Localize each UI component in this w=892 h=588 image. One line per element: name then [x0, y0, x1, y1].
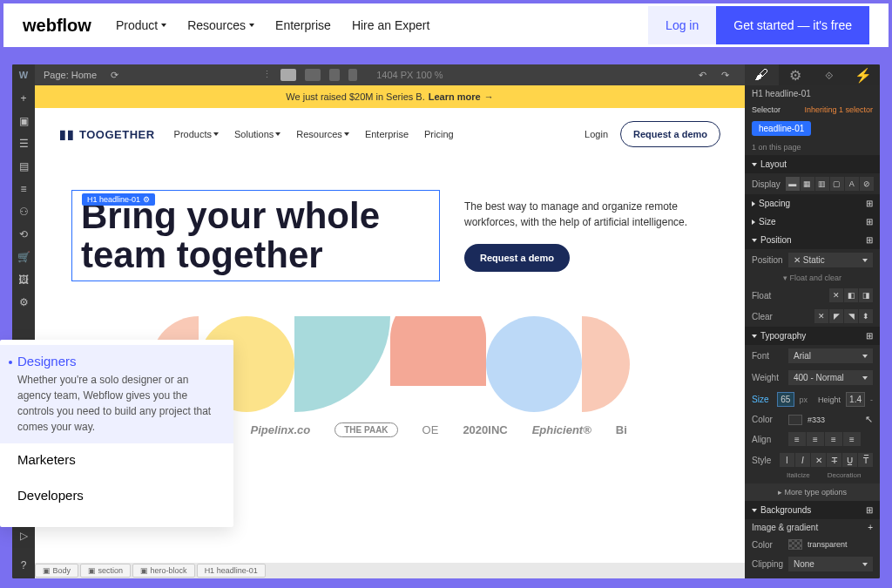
mobile-portrait-icon[interactable] — [348, 69, 357, 81]
page-selector[interactable]: Page: Home — [35, 70, 105, 80]
add-background-icon[interactable]: + — [868, 523, 873, 532]
navigator-icon[interactable]: ☰ — [17, 138, 30, 150]
tablet-icon[interactable] — [305, 69, 321, 81]
weight-select[interactable]: 400 - Normal — [788, 370, 873, 385]
canvas-dimensions[interactable]: 1404 PX 100 % — [376, 70, 443, 80]
add-icon[interactable]: + — [17, 92, 30, 105]
announcement-bar[interactable]: We just raised $20M in Series B. Learn m… — [35, 85, 745, 108]
size-unit[interactable]: px — [800, 395, 808, 404]
class-chip[interactable]: headline-01 — [752, 121, 811, 136]
breadcrumb-section[interactable]: ▣ section — [80, 564, 131, 578]
line-height-input[interactable]: 1.4 — [846, 392, 865, 407]
align-right[interactable]: ≡ — [825, 432, 842, 446]
bg-color-value[interactable]: transparent — [808, 540, 848, 549]
clear-both[interactable]: ⬍ — [859, 309, 873, 323]
redo-icon[interactable]: ↷ — [719, 68, 733, 82]
bg-color-swatch[interactable] — [788, 539, 802, 550]
decoration-underline[interactable]: U̲ — [842, 453, 857, 467]
float-right[interactable]: ◨ — [859, 288, 873, 302]
element-tag-label[interactable]: H1 headline-01 ⚙ — [82, 193, 155, 206]
pages-icon[interactable]: ▤ — [17, 160, 30, 172]
dropdown-item-designers[interactable]: Designers Whether you're a solo designer… — [0, 345, 233, 443]
cart-icon[interactable]: 🛒 — [17, 251, 30, 263]
inheriting-label[interactable]: Inheriting 1 selector — [804, 105, 873, 114]
float-clear-label[interactable]: ▾ Float and clear — [745, 271, 880, 285]
symbols-icon[interactable]: ▣ — [17, 115, 30, 127]
display-none[interactable]: ⊘ — [860, 177, 874, 191]
cms-icon[interactable]: ≡ — [17, 183, 30, 195]
mobile-landscape-icon[interactable] — [329, 69, 340, 81]
display-inline[interactable]: A — [845, 177, 859, 191]
site-logo[interactable]: ▮▮ TOOGETHER — [59, 127, 155, 141]
breadcrumb-body[interactable]: ▣ Body — [35, 564, 78, 578]
style-italic[interactable]: I — [795, 453, 810, 467]
clipping-select[interactable]: None — [788, 557, 873, 571]
site-login[interactable]: Login — [585, 129, 608, 139]
nav-pricing[interactable]: Pricing — [424, 129, 454, 139]
request-demo-nav-button[interactable]: Request a demo — [620, 121, 720, 147]
color-value[interactable]: #333 — [808, 416, 825, 424]
display-inline-block[interactable]: ▢ — [830, 177, 844, 191]
style-tab[interactable]: 🖌 — [745, 64, 779, 85]
nav-hire[interactable]: Hire an Expert — [352, 18, 429, 32]
hero-subtitle[interactable]: The best way to manage and organize remo… — [464, 199, 708, 230]
assets-icon[interactable]: 🖼 — [17, 274, 30, 286]
announcement-link[interactable]: Learn more — [429, 91, 481, 102]
shape-quarter-teal — [294, 316, 390, 412]
help-icon[interactable]: ? — [17, 559, 30, 571]
breadcrumb-hero[interactable]: ▣ hero-block — [132, 564, 195, 578]
display-block[interactable]: ▬ — [786, 177, 800, 191]
align-justify[interactable]: ≡ — [843, 432, 861, 446]
position-select[interactable]: ✕ Static — [788, 253, 873, 267]
spacing-section-header[interactable]: Spacing⊞ — [745, 194, 880, 213]
users-icon[interactable]: ⚇ — [17, 206, 30, 218]
webflow-logo[interactable]: webflow — [23, 16, 91, 36]
display-flex[interactable]: ▦ — [801, 177, 814, 191]
nav-resources-site[interactable]: Resources — [296, 129, 349, 139]
font-select[interactable]: Arial — [788, 348, 873, 363]
typography-section-header[interactable]: Typography⊞ — [745, 327, 880, 345]
more-icon[interactable]: ⋮ — [262, 69, 272, 81]
nav-product[interactable]: Product — [116, 18, 166, 32]
clear-right[interactable]: ◥ — [844, 309, 858, 323]
request-demo-hero-button[interactable]: Request a demo — [464, 244, 570, 272]
position-section-header[interactable]: Position⊞ — [745, 231, 880, 249]
display-grid[interactable]: ▥ — [815, 177, 829, 191]
refresh-icon[interactable]: ⟳ — [105, 70, 123, 81]
effects-tab[interactable]: ⚡ — [846, 64, 880, 85]
clear-left[interactable]: ◤ — [829, 309, 843, 323]
font-size-input[interactable]: 65 — [777, 392, 794, 407]
decoration-overline[interactable]: T̅ — [858, 453, 873, 467]
breadcrumb-headline[interactable]: H1 headline-01 — [197, 564, 266, 578]
nav-products[interactable]: Products — [174, 129, 219, 139]
webflow-w-icon[interactable]: W — [12, 64, 35, 85]
nav-resources[interactable]: Resources — [187, 18, 254, 32]
decoration-none[interactable]: ✕ — [811, 453, 826, 467]
get-started-button[interactable]: Get started — it's free — [716, 6, 869, 44]
login-button[interactable]: Log in — [648, 6, 716, 44]
style-regular[interactable]: I — [780, 453, 794, 467]
nav-solutions[interactable]: Solutions — [234, 129, 280, 139]
layout-section-header[interactable]: Layout — [745, 155, 880, 173]
undo-icon[interactable]: ↶ — [696, 68, 710, 82]
desktop-icon[interactable] — [280, 69, 296, 81]
size-section-header[interactable]: Size⊞ — [745, 213, 880, 231]
float-left[interactable]: ◧ — [844, 288, 858, 302]
color-swatch[interactable] — [788, 415, 802, 425]
decoration-strike[interactable]: T̶ — [827, 453, 841, 467]
more-type-options[interactable]: ▸ More type options — [745, 483, 880, 501]
align-left[interactable]: ≡ — [788, 432, 806, 446]
backgrounds-section-header[interactable]: Backgrounds⊞ — [745, 501, 880, 519]
video-icon[interactable]: ▷ — [17, 530, 30, 542]
dropdown-item-marketers[interactable]: Marketers — [0, 443, 233, 479]
nav-enterprise[interactable]: Enterprise — [275, 18, 331, 32]
interactions-tab[interactable]: ⟐ — [813, 64, 847, 85]
dropdown-item-developers[interactable]: Developers — [0, 479, 233, 515]
nav-enterprise-site[interactable]: Enterprise — [365, 129, 409, 139]
settings-tab[interactable]: ⚙ — [779, 64, 813, 85]
align-center[interactable]: ≡ — [807, 432, 824, 446]
ecommerce-icon[interactable]: ⟲ — [17, 228, 30, 240]
settings-gear-icon[interactable]: ⚙ — [17, 296, 30, 308]
clear-none[interactable]: ✕ — [814, 309, 828, 323]
float-none[interactable]: ✕ — [829, 288, 843, 302]
